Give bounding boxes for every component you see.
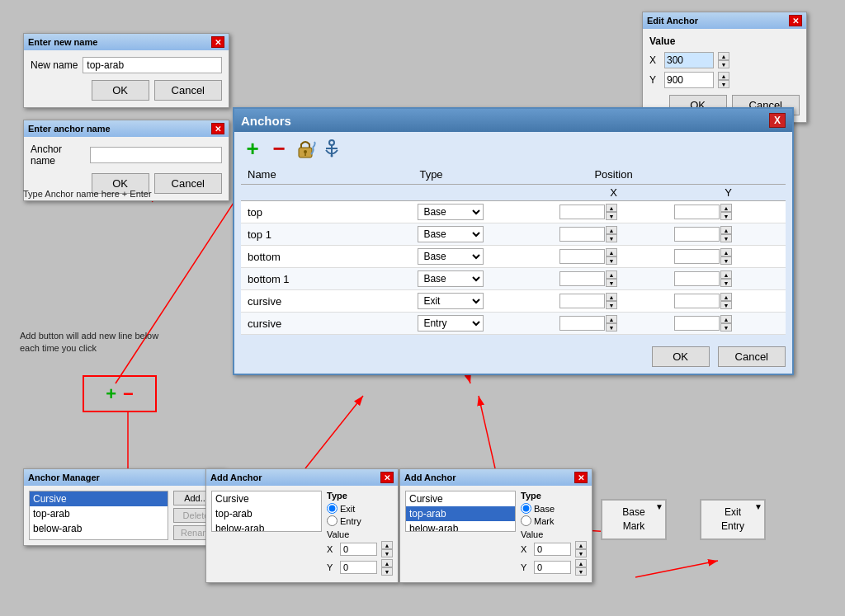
y-input[interactable] <box>674 205 720 219</box>
row-y: ▲▼ <box>671 313 786 335</box>
exit-entry-box[interactable]: ▼ ExitEntry <box>700 499 766 540</box>
list-item-top-arab[interactable]: top-arab <box>30 506 168 521</box>
x-spinner[interactable]: ▲▼ <box>606 204 617 220</box>
base-mark-box[interactable]: ▼ BaseMark <box>601 499 667 540</box>
x-input[interactable] <box>559 227 605 242</box>
x-spinner[interactable]: ▲▼ <box>606 293 617 309</box>
row-type: BaseMarkEntryExit <box>413 246 556 268</box>
anchor-manager-titlebar: Anchor Manager ✕ <box>24 469 224 486</box>
add2-y-input[interactable] <box>534 561 571 574</box>
add2-y-spinner[interactable]: ▲ ▼ <box>575 559 587 576</box>
x-spinner[interactable]: ▲▼ <box>606 248 617 265</box>
add1-x-input[interactable] <box>340 543 377 556</box>
add-anchor-2-close[interactable]: ✕ <box>574 472 588 483</box>
edit-anchor-dialog: Edit Anchor ✕ Value X ▲ ▼ Y ▲ ▼ OK Cance… <box>642 12 807 123</box>
type-select[interactable]: BaseMarkEntryExit <box>418 270 484 287</box>
add1-value-label: Value <box>327 529 393 539</box>
pm-annotation-box: + − <box>83 375 157 412</box>
type-select[interactable]: BaseMarkEntryExit <box>418 204 484 220</box>
enter-anchor-close[interactable]: ✕ <box>211 123 224 134</box>
x-input[interactable] <box>559 271 605 286</box>
add-anchor-1-close[interactable]: ✕ <box>380 472 394 483</box>
anchor-icon-button[interactable] <box>320 137 343 160</box>
add2-x-label: X <box>521 544 531 554</box>
x-spinner[interactable]: ▲▼ <box>606 226 617 242</box>
edit-anchor-close[interactable]: ✕ <box>789 15 802 26</box>
y-spinner[interactable]: ▲▼ <box>720 226 732 242</box>
add-anchor-dialog-2: Add Anchor ✕ Cursive top-arab below-arab… <box>399 468 592 583</box>
add1-cursive[interactable]: Cursive <box>212 491 321 506</box>
x-spinner[interactable]: ▲▼ <box>606 270 617 287</box>
add1-top-arab[interactable]: top-arab <box>212 506 321 521</box>
add1-entry-radio[interactable]: Entry <box>327 515 393 526</box>
type-select[interactable]: BaseMarkEntryExit <box>418 248 484 265</box>
base-mark-dropdown[interactable]: ▼ <box>655 502 663 511</box>
enter-anchor-cancel[interactable]: Cancel <box>154 173 222 194</box>
row-name: cursive <box>241 313 413 335</box>
y-input[interactable] <box>674 316 720 331</box>
y-input[interactable] <box>674 294 720 308</box>
add1-below-arab[interactable]: below-arab <box>212 521 321 532</box>
remove-anchor-button[interactable]: − <box>267 137 290 160</box>
enter-anchor-title: Enter anchor name <box>28 124 111 134</box>
y-input[interactable] <box>674 227 720 242</box>
add1-exit-radio[interactable]: Exit <box>327 503 393 514</box>
enter-name-close[interactable]: ✕ <box>211 36 224 48</box>
enter-name-ok[interactable]: OK <box>92 80 149 101</box>
y-spinner[interactable]: ▲▼ <box>720 204 732 220</box>
anchor-manager-dialog: Anchor Manager ✕ Cursive top-arab below-… <box>23 468 224 546</box>
anchors-close[interactable]: X <box>769 113 786 128</box>
add2-top-arab[interactable]: top-arab <box>406 506 515 521</box>
add1-x-spinner[interactable]: ▲ ▼ <box>381 541 393 557</box>
add1-y-spinner[interactable]: ▲ ▼ <box>381 559 393 576</box>
type-select[interactable]: BaseMarkEntryExit <box>418 226 484 242</box>
add2-below-arab[interactable]: below-arab <box>406 521 515 532</box>
anchors-cancel[interactable]: Cancel <box>718 346 786 367</box>
pm-plus: + <box>106 383 116 405</box>
edit-anchor-titlebar: Edit Anchor ✕ <box>643 12 806 29</box>
enter-name-content: New name OK Cancel <box>24 50 229 107</box>
new-name-input[interactable] <box>83 57 222 73</box>
y-spinner[interactable]: ▲▼ <box>720 248 732 265</box>
list-item-cursive[interactable]: Cursive <box>30 491 168 506</box>
x-input[interactable] <box>559 205 605 219</box>
x-input[interactable] <box>559 316 605 331</box>
edit-x-input[interactable] <box>664 52 714 68</box>
add-anchor-1-list[interactable]: Cursive top-arab below-arab <box>211 491 322 532</box>
type-select[interactable]: BaseMarkEntryExit <box>418 315 484 332</box>
y-input[interactable] <box>674 249 720 264</box>
y-spinner[interactable]: ▲▼ <box>720 315 732 332</box>
add-anchor-2-list[interactable]: Cursive top-arab below-arab <box>405 491 516 532</box>
anchor-name-input[interactable] <box>90 147 222 163</box>
edit-anchor-title: Edit Anchor <box>647 16 698 26</box>
add2-mark-radio[interactable]: Mark <box>521 515 587 526</box>
add-anchor-1-type-area: Type Exit Entry Value X ▲ ▼ <box>327 491 393 577</box>
edit-y-input[interactable] <box>664 72 714 88</box>
y-spinner[interactable]: ▲▼ <box>720 270 732 287</box>
exit-entry-dropdown[interactable]: ▼ <box>754 502 762 511</box>
add2-x-spinner[interactable]: ▲ ▼ <box>575 541 587 557</box>
anchor-manager-list[interactable]: Cursive top-arab below-arab <box>29 491 168 540</box>
exit-entry-label: ExitEntry <box>721 505 744 534</box>
enter-name-titlebar: Enter new name ✕ <box>24 34 229 50</box>
add-anchor-button[interactable]: + <box>241 137 264 160</box>
anchors-ok[interactable]: OK <box>652 346 710 367</box>
add2-base-radio[interactable]: Base <box>521 503 587 514</box>
enter-name-cancel[interactable]: Cancel <box>154 80 222 101</box>
x-spinner[interactable]: ▲▼ <box>606 315 617 332</box>
y-input[interactable] <box>674 271 720 286</box>
edit-y-spinner[interactable]: ▲ ▼ <box>718 72 729 88</box>
type-select[interactable]: BaseMarkEntryExit <box>418 293 484 309</box>
x-input[interactable] <box>559 294 605 308</box>
edit-x-spinner[interactable]: ▲ ▼ <box>718 52 729 68</box>
lock-anchor-button[interactable] <box>294 137 317 160</box>
table-row: bottom 1BaseMarkEntryExit▲▼▲▼ <box>241 268 786 290</box>
add2-cursive[interactable]: Cursive <box>406 491 515 506</box>
col-type-header: Type <box>413 165 556 185</box>
add2-x-input[interactable] <box>534 543 571 556</box>
y-spinner[interactable]: ▲▼ <box>720 293 732 309</box>
pm-minus: − <box>123 383 134 405</box>
add1-y-input[interactable] <box>340 561 377 574</box>
x-input[interactable] <box>559 249 605 264</box>
list-item-below-arab[interactable]: below-arab <box>30 521 168 536</box>
